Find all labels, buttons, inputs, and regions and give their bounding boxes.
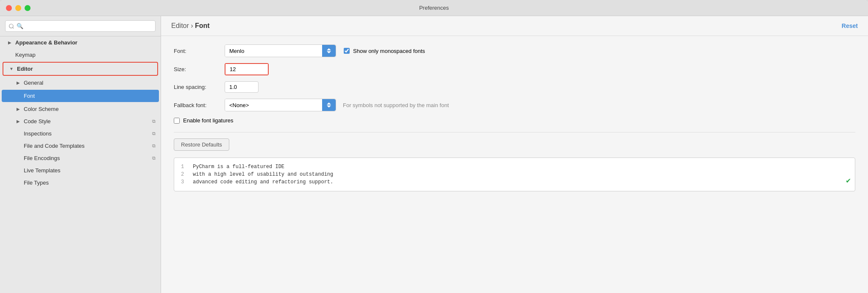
fallback-select-wrap: [225, 99, 336, 111]
traffic-lights: [6, 5, 31, 11]
divider: [174, 132, 855, 133]
font-label: Font:: [174, 48, 225, 54]
sidebar-item-font[interactable]: Font: [2, 90, 159, 102]
search-bar: [0, 16, 161, 36]
no-arrow-icon: [15, 131, 21, 137]
editor-section-border: ▼ Editor: [3, 62, 158, 76]
sidebar-item-inspections[interactable]: Inspections ⧉: [0, 127, 161, 140]
copy-icon: ⧉: [152, 119, 156, 124]
font-select-wrap: [225, 44, 336, 57]
copy-icon: ⧉: [152, 131, 156, 136]
down-arrow-icon: [327, 51, 331, 53]
sidebar-item-label: Color Scheme: [24, 106, 58, 112]
expand-arrow-icon: ▼: [8, 66, 14, 72]
fallback-input[interactable]: [225, 99, 323, 111]
sidebar-item-label: General: [24, 80, 43, 86]
sidebar-item-live-templates[interactable]: Live Templates: [0, 164, 161, 177]
no-arrow-icon: [15, 155, 21, 161]
up-arrow-icon: [327, 102, 331, 105]
copy-icon: ⧉: [152, 155, 156, 161]
preview-text: with a high level of usability and outst…: [193, 171, 333, 178]
size-input-wrap: [225, 63, 269, 75]
expand-arrow-icon: ▶: [15, 106, 21, 112]
line-spacing-label: Line spacing:: [174, 84, 225, 90]
fallback-hint: For symbols not supported by the main fo…: [343, 102, 449, 108]
no-arrow-icon: [15, 168, 21, 174]
sidebar-item-label: Font: [24, 93, 35, 99]
expand-arrow-icon: ▶: [7, 40, 13, 46]
right-panel: Editor › Font Reset Font:: [161, 16, 868, 293]
main-content: ▶ Appearance & Behavior Keymap ▼ Editor …: [0, 16, 868, 293]
no-arrow-icon: [7, 52, 13, 58]
size-input[interactable]: [225, 64, 268, 75]
preview-line-3: 3 advanced code editing and refactoring …: [181, 178, 848, 186]
copy-icon: ⧉: [152, 143, 156, 149]
sidebar-item-code-style[interactable]: ▶ Code Style ⧉: [0, 115, 161, 127]
breadcrumb-separator: ›: [189, 22, 195, 29]
ligatures-checkbox[interactable]: [174, 118, 180, 124]
checkmark-icon: ✔: [846, 175, 851, 187]
up-arrow-icon: [327, 48, 331, 50]
panel-header: Editor › Font Reset: [161, 16, 868, 36]
no-arrow-icon: [15, 180, 21, 186]
font-dropdown-button[interactable]: [322, 45, 336, 57]
no-arrow-icon: [15, 143, 21, 149]
panel-body: Font: Show only monospaced fonts: [161, 36, 868, 293]
monospaced-checkbox-area: Show only monospaced fonts: [344, 48, 425, 54]
sidebar-item-label: Editor: [17, 66, 33, 72]
reset-button[interactable]: Reset: [842, 22, 858, 29]
minimize-button[interactable]: [15, 5, 21, 11]
sidebar-item-file-encodings[interactable]: File Encodings ⧉: [0, 152, 161, 164]
line-number: 3: [181, 178, 187, 186]
font-row: Font: Show only monospaced fonts: [174, 44, 855, 57]
monospaced-checkbox[interactable]: [344, 48, 350, 54]
close-button[interactable]: [6, 5, 12, 11]
sidebar-item-file-and-code-templates[interactable]: File and Code Templates ⧉: [0, 140, 161, 152]
size-row: Size:: [174, 63, 855, 75]
preview-text: advanced code editing and refactoring su…: [193, 178, 333, 186]
line-spacing-input[interactable]: [225, 81, 259, 93]
size-label: Size:: [174, 66, 225, 72]
monospaced-label: Show only monospaced fonts: [353, 48, 425, 54]
sidebar-item-label: Appearance & Behavior: [15, 39, 78, 46]
sidebar-item-general[interactable]: ▶ General: [0, 77, 161, 89]
line-number: 2: [181, 171, 187, 178]
sidebar-item-label: Keymap: [15, 52, 36, 58]
preview-area: 1 PyCharm is a full-featured IDE 2 with …: [174, 158, 855, 191]
font-input[interactable]: [225, 45, 323, 57]
sidebar-item-label: Code Style: [24, 118, 51, 124]
fallback-font-row: Fallback font: For symbols not supported…: [174, 99, 855, 111]
sidebar-item-keymap[interactable]: Keymap: [0, 49, 161, 61]
sidebar-item-label: File Encodings: [24, 155, 60, 161]
sidebar-item-file-types[interactable]: File Types: [0, 177, 161, 189]
restore-defaults-button[interactable]: Restore Defaults: [174, 138, 229, 151]
preferences-window: Preferences ▶ Appearance & Behavior Keym…: [0, 0, 868, 293]
down-arrow-icon: [327, 105, 331, 108]
ligatures-row: Enable font ligatures: [174, 117, 855, 124]
maximize-button[interactable]: [25, 5, 31, 11]
sidebar-item-label: File and Code Templates: [24, 143, 85, 149]
window-title: Preferences: [419, 5, 449, 11]
ligatures-label: Enable font ligatures: [183, 117, 234, 124]
preview-lines: 1 PyCharm is a full-featured IDE 2 with …: [181, 163, 848, 186]
fallback-label: Fallback font:: [174, 102, 225, 108]
titlebar: Preferences: [0, 0, 868, 16]
line-spacing-row: Line spacing:: [174, 81, 855, 93]
sidebar-item-label: File Types: [24, 180, 49, 186]
preview-text: PyCharm is a full-featured IDE: [193, 163, 284, 171]
line-number: 1: [181, 163, 187, 171]
breadcrumb-parent: Editor: [171, 22, 189, 29]
preview-line-2: 2 with a high level of usability and out…: [181, 171, 848, 178]
sidebar-item-appearance-behavior[interactable]: ▶ Appearance & Behavior: [0, 36, 161, 49]
search-input[interactable]: [5, 20, 156, 32]
breadcrumb: Editor › Font: [171, 22, 210, 30]
sidebar-item-label: Live Templates: [24, 167, 60, 174]
sidebar-item-color-scheme[interactable]: ▶ Color Scheme: [0, 103, 161, 115]
expand-arrow-icon: ▶: [15, 119, 21, 124]
breadcrumb-current: Font: [195, 22, 210, 29]
sidebar-item-label: Inspections: [24, 130, 52, 137]
expand-arrow-icon: ▶: [15, 80, 21, 86]
sidebar-item-editor[interactable]: ▼ Editor: [3, 63, 157, 75]
preview-line-1: 1 PyCharm is a full-featured IDE: [181, 163, 848, 171]
fallback-dropdown-button[interactable]: [322, 99, 336, 111]
